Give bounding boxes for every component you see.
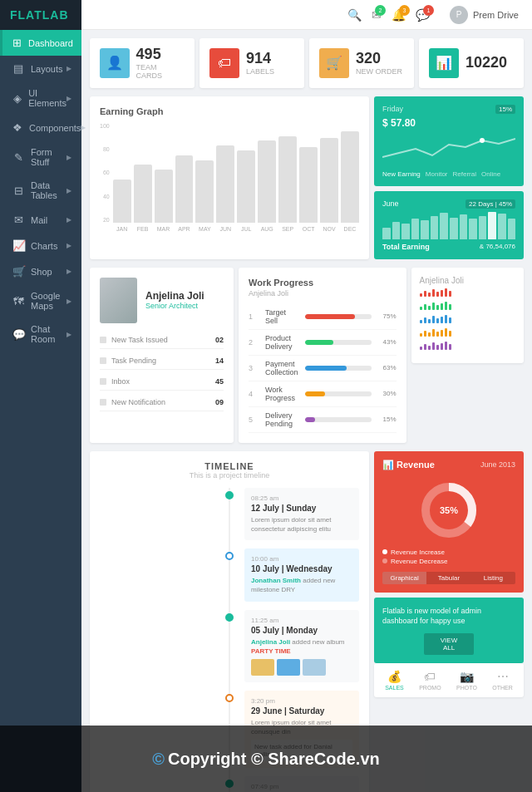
timeline-event-card: 08:25 am 12 July | Sunday Lorem ipsum do…	[244, 488, 359, 540]
rev-tab-tabular[interactable]: Tabular	[426, 572, 470, 584]
y-axis: 100 80 60 40 20	[100, 123, 110, 223]
sidebar-item-mail[interactable]: ✉ Mail ▶	[0, 207, 81, 233]
sidebar-item-tables[interactable]: ⊟ Data Tables ▶	[0, 174, 81, 207]
thumb-3	[303, 659, 326, 676]
chart-bar	[258, 140, 276, 222]
sidebar-item-layouts[interactable]: ▤ Layouts ▶	[0, 56, 81, 81]
svg-rect-9	[420, 307, 422, 310]
timeline-author: Jonathan Smith	[251, 577, 301, 584]
stat-value: 495	[136, 47, 185, 63]
sidebar-item-shop[interactable]: 🛒 Shop ▶	[0, 258, 81, 284]
sidebar-item-label: Components	[29, 123, 81, 133]
mini-bar	[401, 224, 410, 239]
widget-change: 15%	[495, 105, 515, 114]
chevron-icon: ▶	[66, 65, 71, 72]
work-progress-title: Work Progress	[249, 278, 397, 288]
view-all-button[interactable]: VIEW ALL	[424, 633, 474, 655]
stat-value: 320	[356, 51, 402, 67]
progress-label: Target Sell	[265, 308, 298, 325]
sidebar-item-chat[interactable]: 💬 Chat Room ▶	[0, 317, 81, 351]
svg-rect-31	[445, 328, 447, 337]
svg-rect-28	[432, 329, 435, 337]
sales-icon: 💰	[387, 670, 401, 683]
tab-promo[interactable]: 🏷 PROMO	[419, 670, 441, 691]
labels-icon: 🏷	[209, 48, 239, 78]
sidebar-item-charts[interactable]: 📈 Charts ▶	[0, 233, 81, 258]
ui-icon: ◈	[12, 92, 22, 105]
progress-bar-wrap	[305, 314, 372, 319]
svg-rect-17	[420, 320, 422, 323]
chart-bar	[195, 160, 214, 223]
mail-badge: 2	[375, 5, 386, 16]
earning-graph-title: Earning Graph	[100, 106, 359, 116]
timeline-dot-wrap	[221, 548, 238, 601]
legend-item: Revenue Increase	[382, 548, 515, 556]
sidebar-item-dashboard[interactable]: ⊞ Dashboard	[0, 30, 81, 56]
layouts-icon: ▤	[12, 62, 24, 75]
spark-svg	[420, 302, 453, 312]
tab-photo[interactable]: 📷 PHOTO	[456, 670, 477, 691]
svg-rect-35	[428, 346, 431, 350]
progress-label: Work Progress	[265, 386, 298, 402]
svg-rect-12	[432, 303, 435, 310]
progress-bar-fill	[305, 417, 315, 422]
progress-pct: 43%	[378, 338, 397, 346]
chart-bar	[216, 145, 234, 223]
legend-label: New Earning	[382, 170, 421, 178]
rev-tab-graphical[interactable]: Graphical	[382, 572, 426, 584]
user-menu[interactable]: P Prem Drive	[450, 6, 519, 24]
svg-rect-2	[424, 291, 426, 297]
sidebar-item-ui[interactable]: ◈ UI Elements ▶	[0, 81, 81, 115]
profile-stats: New Task Issued 02 Task Pending 14 Inbox	[100, 332, 224, 411]
progress-bar-fill	[305, 366, 347, 371]
copyright-overlay: © Copyright © ShareCode.vn	[0, 726, 532, 792]
svg-rect-20	[432, 316, 435, 323]
sidebar-item-label: Chat Room	[31, 324, 66, 344]
legend-online: Online	[481, 170, 500, 178]
sidebar-item-components[interactable]: ❖ Components ▶	[0, 115, 81, 140]
search-button[interactable]: 🔍	[347, 8, 362, 22]
sidebar-item-label: Dashboard	[28, 38, 73, 48]
revenue-card: 📊 Revenue June 2013 35% Revenue Increase	[374, 451, 524, 593]
sidebar-item-maps[interactable]: 🗺 Google Maps ▶	[0, 284, 81, 317]
profile-info: Anjelina Joli Senior Architect	[145, 290, 204, 310]
stat-label: New Task Issued	[100, 336, 168, 344]
svg-point-0	[480, 138, 485, 143]
mini-bar	[431, 216, 439, 239]
stat-cards-row: 👤 495 Team Cards 🏷 914 Labels 🛒 320 New …	[90, 38, 524, 88]
sidebar-item-label: Mail	[31, 215, 66, 225]
total-earning-widget: June 22 Days | 45% Total Earning & 76,54…	[374, 191, 524, 259]
mini-bar	[498, 214, 506, 239]
svg-rect-1	[420, 293, 422, 297]
timeline-dot	[225, 694, 234, 702]
messages-button[interactable]: 💬 1	[416, 8, 430, 22]
mail-button[interactable]: ✉ 2	[372, 8, 382, 22]
alerts-button[interactable]: 🔔 3	[392, 8, 406, 22]
stat-label: New Notification	[100, 398, 165, 406]
total-date: June	[382, 199, 399, 208]
sidebar-item-forms[interactable]: ✎ Form Stuff ▶	[0, 140, 81, 174]
forms-icon: ✎	[12, 151, 24, 164]
tab-other[interactable]: ⋯ OTHER	[492, 670, 513, 691]
total-days: 22 Days | 45%	[466, 199, 515, 209]
tab-sales[interactable]: 💰 SALES	[385, 670, 404, 691]
svg-rect-26	[424, 331, 426, 337]
widget-amount: $ 57.80	[382, 117, 515, 129]
stat-value: 10220	[466, 55, 507, 71]
month-label: JUN	[216, 226, 234, 232]
stat-label-text: Inbox	[111, 377, 130, 386]
month-label: JAN	[113, 226, 131, 232]
svg-rect-34	[424, 344, 426, 350]
chart-wrapper: 100 80 60 40 20 JANFEBMARAPRMAYJUNJULAUG…	[100, 123, 359, 232]
work-progress-card: Work Progress Anjelina Joli 1 Target Sel…	[239, 268, 406, 443]
rev-tab-listing[interactable]: Listing	[471, 572, 515, 584]
timeline-card-left: 10:00 am 10 July | Wednesday Jonathan Sm…	[244, 548, 359, 601]
sparklines	[420, 288, 515, 352]
flatlab-promo-card: Flatlab is new model of admin dashboard …	[374, 598, 524, 663]
profile-stat: New Notification 09	[100, 394, 224, 411]
timeline-time: 08:25 am	[251, 494, 352, 502]
chevron-icon: ▶	[66, 268, 71, 275]
chat-icon: 💬	[12, 328, 24, 341]
timeline-text: Lorem ipsum dolor sit amet consectetur a…	[251, 515, 352, 534]
timeline-heading: 10 July | Wednesday	[251, 564, 352, 573]
